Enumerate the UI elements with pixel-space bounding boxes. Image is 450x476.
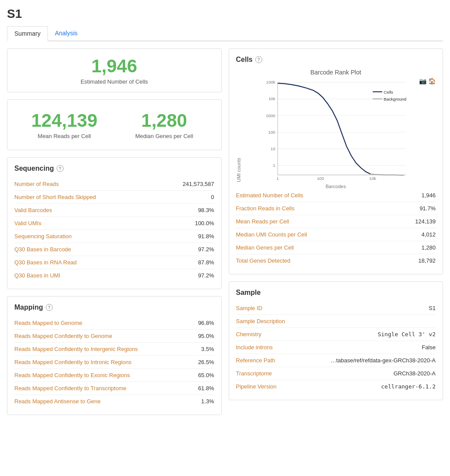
row-label: Q30 Bases in Barcode [14,246,71,253]
row-value: 4,012 [421,231,436,238]
row-value: 18,792 [418,257,436,264]
sample-label: Include introns [236,344,273,351]
sequencing-title: Sequencing ? [14,165,214,172]
mapping-card: Mapping ? Reads Mapped to Genome96.8%Rea… [7,296,222,415]
row-label: Median Genes per Cell [236,244,294,251]
row-value: 241,573,587 [183,181,214,187]
list-item: Pipeline Versioncellranger-6.1.2 [236,380,436,393]
mapping-title: Mapping ? [14,304,214,311]
table-row: Q30 Bases in RNA Read87.8% [14,256,214,269]
sample-label: Sample ID [236,305,263,311]
median-genes-value: 1,280 [118,110,210,131]
sample-rows: Sample IDS1Sample DescriptionChemistrySi… [236,302,436,393]
svg-text:1000: 1000 [266,113,275,118]
svg-text:100k: 100k [266,80,275,84]
row-label: Reads Mapped Antisense to Gene [14,398,101,405]
table-row: Median Genes per Cell1,280 [236,241,436,254]
list-item: Include intronsFalse [236,341,436,354]
right-column: Cells ? Barcode Rank Plot 📷 🏠 UMI counts [229,48,443,415]
row-label: Mean Reads per Cell [236,218,289,225]
row-value: 87.8% [198,259,214,266]
row-label: Estimated Number of Cells [236,192,304,199]
y-axis-label: UMI counts [236,78,241,182]
table-row: Reads Mapped Confidently to Transcriptom… [14,382,214,395]
sequencing-rows: Number of Reads241,573,587Number of Shor… [14,178,214,282]
sample-value: cellranger-6.1.2 [381,383,436,390]
chart-title: Barcode Rank Plot [236,69,436,76]
tab-summary[interactable]: Summary [7,26,48,41]
list-item: Reference Path…tabase/ref/refdata-gex-GR… [236,354,436,367]
cells-data-rows: Estimated Number of Cells1,946Fraction R… [236,189,436,267]
row-label: Sequencing Saturation [14,233,72,240]
mean-reads-label: Mean Reads per Cell [18,133,111,139]
row-label: Reads Mapped Confidently to Intronic Reg… [14,359,132,365]
row-value: 97.2% [198,246,214,253]
svg-text:10k: 10k [369,176,376,181]
table-row: Reads Mapped Confidently to Intergenic R… [14,343,214,356]
barcode-chart-svg: 100k 10k 1000 100 10 1 1 100 10k [243,78,436,182]
table-row: Reads Mapped Antisense to Gene1.3% [14,395,214,408]
sample-value: …tabase/ref/refdata-gex-GRCh38-2020-A [331,357,436,364]
row-label: Reads Mapped Confidently to Intergenic R… [14,346,138,352]
sample-card: Sample Sample IDS1Sample DescriptionChem… [229,281,443,400]
row-label: Reads Mapped to Genome [14,320,82,326]
row-label: Q30 Bases in UMI [14,272,61,279]
sample-value: S1 [429,305,436,311]
table-row: Total Genes Detected18,792 [236,254,436,267]
table-row: Reads Mapped Confidently to Intronic Reg… [14,356,214,369]
estimated-cells-card: 1,946 Estimated Number of Cells [7,48,222,92]
main-grid: 1,946 Estimated Number of Cells 124,139 … [7,48,443,415]
x-axis-label: Barcodes [236,184,436,189]
row-value: 124,139 [415,218,436,225]
estimated-cells-value: 1,946 [14,56,214,77]
tab-bar: Summary Analysis [7,26,443,41]
table-row: Number of Reads241,573,587 [14,178,214,191]
mean-reads-value: 124,139 [18,110,111,131]
svg-text:10k: 10k [268,96,275,101]
list-item: TranscriptomeGRCh38-2020-A [236,367,436,380]
mapping-help-icon[interactable]: ? [46,304,53,311]
list-item: Sample IDS1 [236,302,436,315]
row-value: 26.5% [198,359,214,365]
row-label: Q30 Bases in RNA Read [14,259,77,266]
sample-label: Transcriptome [236,370,272,377]
table-row: Q30 Bases in UMI97.2% [14,269,214,282]
row-label: Reads Mapped Confidently to Genome [14,333,112,339]
row-label: Number of Short Reads Skipped [14,194,96,200]
sample-value: False [422,344,436,351]
row-value: 96.8% [198,320,214,326]
row-value: 91.8% [198,233,214,240]
table-row: Reads Mapped to Genome96.8% [14,317,214,330]
row-value: 91.7% [420,205,436,212]
row-value: 100.0% [195,220,214,226]
row-value: 0 [211,194,214,200]
estimated-cells-label: Estimated Number of Cells [14,78,214,85]
row-label: Valid UMIs [14,220,41,226]
mean-reads-block: 124,139 Mean Reads per Cell [14,107,114,143]
svg-text:10: 10 [271,146,275,151]
sequencing-help-icon[interactable]: ? [57,165,64,172]
table-row: Q30 Bases in Barcode97.2% [14,243,214,256]
row-value: 61.8% [198,385,214,392]
table-row: Median UMI Counts per Cell4,012 [236,228,436,241]
median-genes-label: Median Genes per Cell [118,133,210,139]
row-label: Number of Reads [14,181,59,187]
svg-text:100: 100 [317,176,324,181]
table-row: Reads Mapped Confidently to Exonic Regio… [14,369,214,382]
svg-text:Background: Background [383,97,406,101]
tab-analysis[interactable]: Analysis [48,26,85,41]
row-value: 1.3% [201,398,214,405]
reads-genes-card: 124,139 Mean Reads per Cell 1,280 Median… [7,99,222,150]
row-value: 95.0% [198,333,214,339]
row-value: 1,946 [421,192,436,199]
row-label: Reads Mapped Confidently to Transcriptom… [14,385,126,392]
row-label: Median UMI Counts per Cell [236,231,307,238]
table-row: Valid Barcodes98.3% [14,204,214,217]
row-value: 65.0% [198,372,214,378]
table-row: Number of Short Reads Skipped0 [14,191,214,204]
table-row: Fraction Reads in Cells91.7% [236,202,436,215]
svg-text:1: 1 [276,176,278,181]
row-label: Total Genes Detected [236,257,291,264]
cells-help-icon[interactable]: ? [255,56,262,63]
row-value: 3.5% [201,346,214,352]
